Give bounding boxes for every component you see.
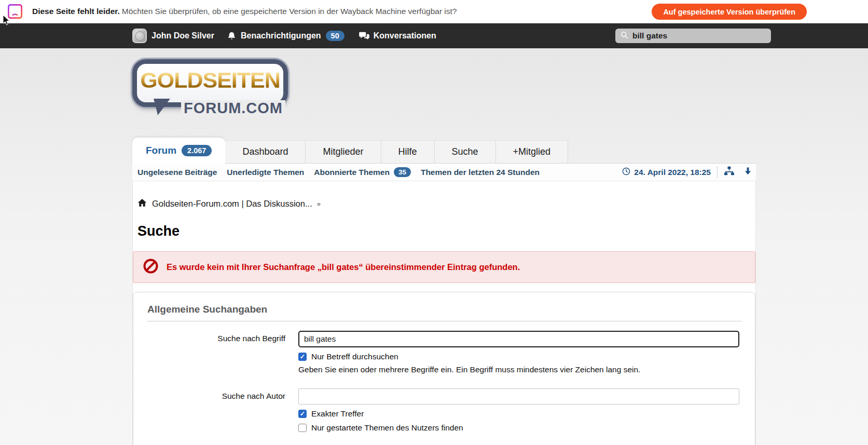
logo-line2: FORUM.COM (181, 100, 285, 117)
current-datetime: 24. April 2022, 18:25 (634, 168, 711, 177)
sub-navigation: Ungelesene Beiträge Unerledigte Themen A… (132, 164, 756, 181)
subject-only-checkbox[interactable] (298, 353, 307, 361)
link-ungelesene-beitraege[interactable]: Ungelesene Beiträge (137, 168, 217, 177)
divider (717, 167, 718, 178)
sitemap-icon[interactable] (724, 166, 735, 178)
logo-line1: GOLDSEITEN (140, 69, 280, 91)
avatar[interactable] (132, 29, 147, 43)
link-themen-24-stunden[interactable]: Themen der letzten 24 Stunden (421, 168, 540, 177)
term-help-text: Geben Sie einen oder mehrere Begriffe ei… (298, 365, 739, 374)
tab-suche[interactable]: Suche (435, 140, 496, 163)
breadcrumb-expand[interactable]: » (317, 200, 321, 208)
clock-icon (622, 167, 630, 178)
search-author-input[interactable] (298, 388, 739, 404)
error-message: Es wurde kein mit Ihrer Suchanfrage „bil… (167, 262, 520, 272)
notifications-link[interactable]: Benachrichtigungen (241, 31, 321, 41)
content-column: GOLDSEITEN FORUM.COM Forum 2.067 Dashboa… (132, 48, 756, 445)
header-search (615, 29, 771, 43)
conversations-link[interactable]: Konversationen (374, 31, 436, 41)
form-row-term: Suche nach Begriff Nur Betreff durchsuch… (133, 331, 755, 374)
logo-speech-bubble: GOLDSEITEN FORUM.COM (132, 59, 288, 107)
exact-match-checkbox[interactable] (298, 410, 307, 418)
error-message-box: Es wurde kein mit Ihrer Suchanfrage „bil… (133, 251, 755, 283)
user-bar: John Doe Silver Benachrichtigungen 50 Ko… (0, 23, 868, 48)
breadcrumb: Goldseiten-Forum.com | Das Diskussion...… (137, 198, 755, 209)
abonnierte-themen-badge: 35 (394, 167, 411, 177)
page-title: Suche (137, 223, 755, 239)
link-unerledigte-themen[interactable]: Unerledigte Themen (227, 168, 304, 177)
section-title: Allgemeine Suchangaben (147, 304, 755, 315)
site-logo[interactable]: GOLDSEITEN FORUM.COM (132, 48, 756, 138)
search-icon (620, 31, 629, 42)
tab-hilfe[interactable]: Hilfe (381, 140, 435, 163)
search-term-input[interactable] (298, 331, 739, 347)
error-icon (143, 258, 159, 276)
search-input[interactable] (632, 31, 766, 41)
mouse-cursor (3, 15, 10, 28)
check-saved-version-button[interactable]: Auf gespeicherte Version überprüfen (652, 4, 807, 20)
bell-icon (227, 31, 237, 41)
search-form-panel: Allgemeine Suchangaben Suche nach Begrif… (133, 292, 755, 445)
tab-dashboard[interactable]: Dashboard (225, 140, 306, 163)
link-abonnierte-themen[interactable]: Abonnierte Themen 35 (314, 167, 411, 177)
banner-message: Diese Seite fehlt leider.Möchten Sie übe… (32, 7, 457, 16)
forum-count-badge: 2.067 (182, 145, 212, 156)
banner-title: Diese Seite fehlt leider. (32, 7, 120, 16)
page-content: Goldseiten-Forum.com | Das Diskussion...… (132, 181, 756, 445)
notifications-badge: 50 (326, 31, 345, 41)
breadcrumb-link[interactable]: Goldseiten-Forum.com | Das Diskussion... (152, 199, 312, 209)
subject-only-row: Nur Betreff durchsuchen (298, 352, 739, 361)
divider (147, 321, 742, 321)
banner-subtitle: Möchten Sie überprüfen, ob eine gespeich… (122, 7, 457, 16)
form-row-author: Suche nach Autor Exakter Treffer Nur ges… (133, 388, 755, 433)
tab-mitglied-werden[interactable]: +Mitglied (496, 140, 569, 163)
subject-only-label: Nur Betreff durchsuchen (311, 352, 398, 361)
tab-forum[interactable]: Forum 2.067 (132, 138, 225, 164)
exact-match-row: Exakter Treffer (298, 409, 739, 419)
main-tabs: Forum 2.067 Dashboard Mitglieder Hilfe S… (132, 138, 756, 164)
logo-bubble-tail (153, 99, 173, 118)
jump-to-bottom-icon[interactable] (743, 166, 753, 178)
chat-icon (359, 31, 369, 41)
username[interactable]: John Doe Silver (151, 31, 214, 41)
term-label: Suche nach Begriff (133, 331, 298, 374)
started-topics-label: Nur gestartete Themen des Nutzers finden (311, 423, 463, 433)
exact-match-label: Exakter Treffer (311, 409, 364, 419)
started-topics-row: Nur gestartete Themen des Nutzers finden (298, 423, 739, 433)
author-label: Suche nach Autor (133, 388, 298, 433)
started-topics-checkbox[interactable] (298, 424, 307, 432)
tab-mitglieder[interactable]: Mitglieder (306, 140, 381, 163)
home-icon[interactable] (137, 198, 147, 209)
wayback-banner: Diese Seite fehlt leider.Möchten Sie übe… (0, 0, 868, 23)
